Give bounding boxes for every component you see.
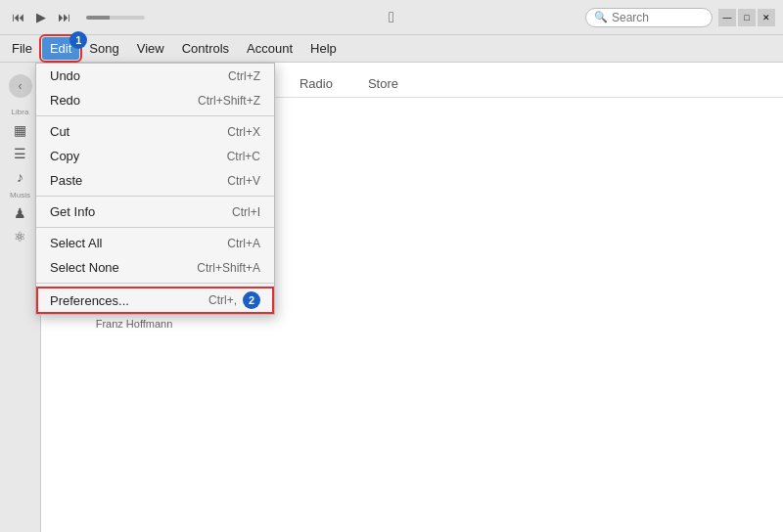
maximize-btn[interactable]: □ [738,9,756,26]
menu-paste[interactable]: Paste Ctrl+V [36,168,274,193]
minimize-btn[interactable]: — [718,9,736,26]
library-label: Libra [12,108,29,116]
menu-help[interactable]: Help [302,37,345,60]
apple-logo:  [389,9,394,26]
tab-store[interactable]: Store [352,70,414,97]
tab-radio[interactable]: Radio [284,70,348,97]
preferences-badge: 2 [243,291,260,309]
close-btn[interactable]: ✕ [758,9,775,26]
sep4 [36,283,274,284]
volume-slider[interactable] [86,16,145,20]
fastforward-btn[interactable]: ⏭ [54,8,74,26]
menu-preferences[interactable]: Preferences... Ctrl+, 2 [36,287,274,314]
back-button[interactable]: ‹ [9,74,32,98]
window-controls: — □ ✕ [718,9,775,26]
menu-bar: File Edit 1 Song View Controls Account H… [0,35,783,63]
search-box[interactable]: 🔍 [585,8,713,27]
title-bar-left: ⏮ ▶ ⏭ [8,8,151,26]
transport-controls: ⏮ ▶ ⏭ [8,8,74,26]
sep3 [36,227,274,228]
menu-edit[interactable]: Edit 1 [42,37,79,60]
menu-selectall[interactable]: Select All Ctrl+A [36,231,274,255]
menu-cut[interactable]: Cut Ctrl+X [36,119,274,144]
rewind-btn[interactable]: ⏮ [8,8,28,26]
menu-view[interactable]: View [129,37,172,60]
title-bar: ⏮ ▶ ⏭  🔍 — □ ✕ [0,0,783,35]
menu-selectnone[interactable]: Select None Ctrl+Shift+A [36,255,274,280]
menu-undo[interactable]: Undo Ctrl+Z [36,64,274,88]
music-note-icon[interactable]: ♪ [7,165,34,189]
list-icon[interactable]: ☰ [7,142,34,165]
menu-file[interactable]: File [4,37,40,60]
menu-controls[interactable]: Controls [174,37,237,60]
menu-copy[interactable]: Copy Ctrl+C [36,144,274,168]
menu-account[interactable]: Account [239,37,300,60]
atom-icon[interactable]: ⚛ [7,225,34,248]
music-label: Musis [10,191,30,200]
search-icon: 🔍 [594,11,608,23]
play-btn[interactable]: ▶ [32,8,50,26]
search-input[interactable] [612,11,700,24]
menu-redo[interactable]: Redo Ctrl+Shift+Z [36,88,274,112]
grid-icon[interactable]: ▦ [7,118,34,142]
sep2 [36,196,274,197]
menu-song[interactable]: Song [81,37,126,60]
people-icon[interactable]: ♟ [7,201,34,225]
edit-dropdown: Undo Ctrl+Z Redo Ctrl+Shift+Z Cut Ctrl+X… [35,63,275,315]
menu-getinfo[interactable]: Get Info Ctrl+I [36,200,274,224]
album-artist: Franz Hoffmann [96,318,173,330]
title-bar-right: 🔍 — □ ✕ [585,8,775,27]
sep1 [36,115,274,116]
